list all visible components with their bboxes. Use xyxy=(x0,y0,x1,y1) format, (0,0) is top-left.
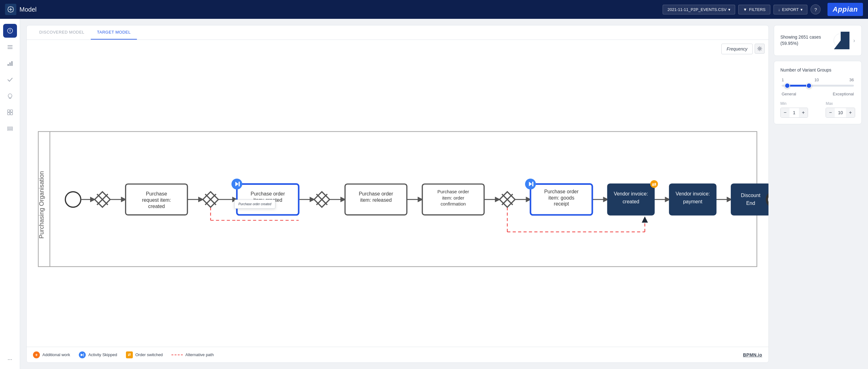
export-button[interactable]: ↓ EXPORT ▾ xyxy=(773,5,808,14)
slider-fill xyxy=(787,85,809,87)
general-label: General xyxy=(782,92,796,96)
legend-activity-skipped: ▶| Activity Skipped xyxy=(79,351,117,358)
filters-label: FILTERS xyxy=(749,7,766,12)
slider-labels: 1 10 36 xyxy=(782,77,854,82)
svg-text:created: created xyxy=(148,204,165,209)
help-icon: ? xyxy=(814,7,817,12)
sidebar-more[interactable]: ... xyxy=(5,353,15,364)
svg-text:item: released: item: released xyxy=(360,197,392,203)
export-label: EXPORT xyxy=(782,7,799,12)
app-icon xyxy=(5,4,16,15)
sidebar: ... xyxy=(0,19,20,369)
svg-text:item: created: item: created xyxy=(253,197,282,203)
additional-work-icon: + xyxy=(33,351,40,358)
activity-skipped-icon: ▶| xyxy=(79,351,86,358)
right-panel: Showing 2651 cases (59.95%) › Number of … xyxy=(774,25,862,363)
sidebar-item-grid[interactable] xyxy=(3,105,17,119)
bpmn-diagram-svg: Purchasing Organisation xyxy=(27,40,769,347)
svg-text:confirmation: confirmation xyxy=(441,201,466,206)
svg-text:Discount: Discount xyxy=(741,193,761,198)
tab-target-model[interactable]: TARGET MODEL xyxy=(91,25,137,39)
dropdown-icon: ▾ xyxy=(728,7,731,12)
svg-text:Purchasing Organisation: Purchasing Organisation xyxy=(38,171,45,238)
min-control: − 1 + xyxy=(780,108,808,118)
sidebar-item-bulb[interactable] xyxy=(3,89,17,103)
minmax-row: Min − 1 + Max − 10 + xyxy=(780,101,855,118)
svg-rect-12 xyxy=(7,127,12,128)
order-switched-label: Order switched xyxy=(135,353,163,357)
export-icon: ↓ xyxy=(778,7,780,12)
cases-label-line2: (59.95%) xyxy=(780,40,828,47)
svg-text:Purchase order: Purchase order xyxy=(437,189,469,194)
filter-icon: ▼ xyxy=(743,7,747,12)
start-event xyxy=(65,192,81,207)
cases-card: Showing 2651 cases (59.95%) › xyxy=(774,25,862,56)
legend-additional-work: + Additional work xyxy=(33,351,70,358)
model-panel: DISCOVERED MODEL TARGET MODEL Frequency xyxy=(26,25,769,363)
sidebar-item-table[interactable] xyxy=(3,40,17,54)
max-value: 10 xyxy=(835,110,846,115)
svg-text:End: End xyxy=(746,201,755,206)
slider-mid-label: 10 xyxy=(814,77,819,82)
logo-area: Model xyxy=(5,4,659,15)
max-label: Max xyxy=(826,101,855,106)
svg-text:Purchase order: Purchase order xyxy=(359,191,393,196)
legend: + Additional work ▶| Activity Skipped ⇄ … xyxy=(27,347,769,362)
file-selector-button[interactable]: 2021-11-11_P2P_EVENTS.CSV ▾ xyxy=(662,5,735,14)
svg-text:Purchase order: Purchase order xyxy=(251,191,285,196)
svg-rect-6 xyxy=(11,61,12,66)
max-group: Max − 10 + xyxy=(826,101,855,118)
cases-chevron-right[interactable]: › xyxy=(853,37,855,44)
max-decrement-button[interactable]: − xyxy=(826,108,835,118)
svg-text:request item:: request item: xyxy=(142,197,171,203)
filters-button[interactable]: ▼ FILTERS xyxy=(738,5,770,14)
slider-thumb-left[interactable] xyxy=(784,83,790,89)
slider-container: 1 10 36 General Exc xyxy=(780,77,855,96)
sidebar-item-compass[interactable] xyxy=(3,24,17,38)
min-label: Min xyxy=(780,101,808,106)
slider-track xyxy=(782,85,854,87)
svg-rect-3 xyxy=(7,48,12,49)
svg-rect-4 xyxy=(7,64,9,66)
svg-text:receipt: receipt xyxy=(554,201,569,206)
svg-text:payment: payment xyxy=(683,199,703,204)
variant-groups-card: Number of Variant Groups 1 10 36 xyxy=(774,61,862,124)
tab-discovered-model[interactable]: DISCOVERED MODEL xyxy=(33,25,91,39)
cases-text: Showing 2651 cases (59.95%) xyxy=(780,34,828,46)
svg-rect-1 xyxy=(7,45,12,46)
max-increment-button[interactable]: + xyxy=(846,108,855,118)
min-decrement-button[interactable]: − xyxy=(781,108,789,118)
alternative-path-label: Alternative path xyxy=(185,353,214,357)
model-tabs: DISCOVERED MODEL TARGET MODEL xyxy=(27,25,769,40)
legend-order-switched: ⇄ Order switched xyxy=(126,351,163,358)
main-content: DISCOVERED MODEL TARGET MODEL Frequency xyxy=(20,19,868,369)
app-layout: ... DISCOVERED MODEL TARGET MODEL Freque… xyxy=(0,19,868,369)
slider-thumb-right[interactable] xyxy=(806,83,812,89)
page-title: Model xyxy=(20,6,36,13)
sidebar-item-check[interactable] xyxy=(3,73,17,87)
bpmn-canvas: Frequency Purchasing Organisation xyxy=(27,40,769,347)
help-button[interactable]: ? xyxy=(810,4,820,14)
svg-rect-13 xyxy=(7,128,12,129)
nav-controls: 2021-11-11_P2P_EVENTS.CSV ▾ ▼ FILTERS ↓ … xyxy=(662,3,863,16)
bpmn-io-label: BPMN.io xyxy=(743,353,762,358)
svg-text:⇄: ⇄ xyxy=(652,181,656,188)
svg-text:item: order: item: order xyxy=(442,196,464,201)
svg-rect-2 xyxy=(7,47,12,47)
svg-rect-10 xyxy=(7,113,10,115)
file-selector-label: 2021-11-11_P2P_EVENTS.CSV xyxy=(667,7,726,12)
order-switched-icon: ⇄ xyxy=(126,351,133,358)
max-control: − 10 + xyxy=(826,108,855,118)
min-group: Min − 1 + xyxy=(780,101,808,118)
appian-logo: Appian xyxy=(828,3,863,16)
slider-general-exceptional: General Exceptional xyxy=(782,92,854,96)
slider-min-label: 1 xyxy=(782,77,784,82)
variant-groups-title: Number of Variant Groups xyxy=(780,67,855,72)
min-increment-button[interactable]: + xyxy=(799,108,808,118)
sidebar-item-chart[interactable] xyxy=(3,57,17,70)
cases-label-line1: Showing 2651 cases xyxy=(780,34,828,40)
svg-rect-8 xyxy=(7,110,10,112)
svg-text:Vendor invoice:: Vendor invoice: xyxy=(676,191,710,196)
sidebar-item-list[interactable] xyxy=(3,122,17,136)
min-value: 1 xyxy=(789,110,799,115)
